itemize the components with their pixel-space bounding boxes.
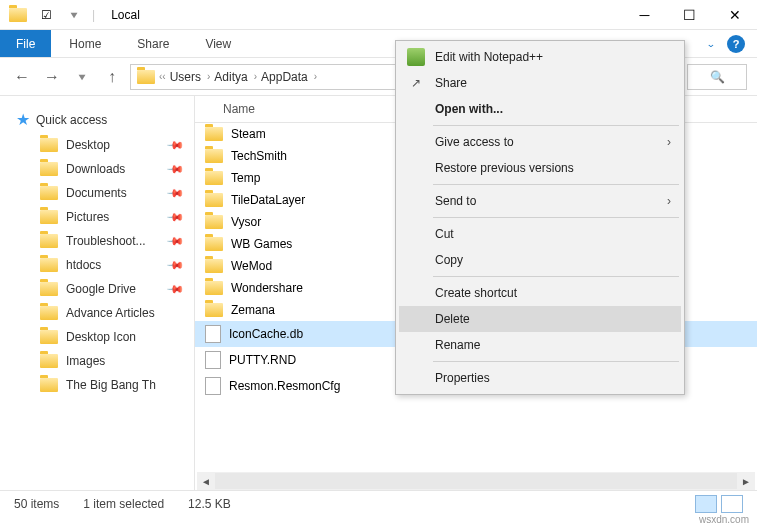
- menu-item-label: Open with...: [435, 102, 503, 116]
- pin-icon: 📌: [165, 231, 184, 250]
- menu-item-label: Copy: [435, 253, 463, 267]
- file-name: TileDataLayer: [231, 193, 305, 207]
- breadcrumb-folder-icon: [137, 70, 155, 84]
- menu-item[interactable]: Send to›: [399, 188, 681, 214]
- menu-item-label: Properties: [435, 371, 490, 385]
- status-selected: 1 item selected: [83, 497, 164, 511]
- menu-item[interactable]: Delete: [399, 306, 681, 332]
- sidebar-item[interactable]: The Big Bang Th: [0, 373, 194, 397]
- menu-item-label: Share: [435, 76, 467, 90]
- file-name: Temp: [231, 171, 260, 185]
- sidebar-item[interactable]: Troubleshoot...📌: [0, 229, 194, 253]
- folder-icon: [205, 215, 223, 229]
- folder-icon: [205, 281, 223, 295]
- menu-item[interactable]: Properties: [399, 365, 681, 391]
- pin-icon: 📌: [165, 207, 184, 226]
- sidebar-item[interactable]: Documents📌: [0, 181, 194, 205]
- menu-item[interactable]: Copy: [399, 247, 681, 273]
- crumb-users: Users›: [170, 70, 211, 84]
- sidebar-item[interactable]: htdocs📌: [0, 253, 194, 277]
- menu-item[interactable]: Rename: [399, 332, 681, 358]
- qat-dropdown-icon[interactable]: ▼: [61, 5, 87, 25]
- notepad-icon: [407, 48, 425, 66]
- details-view-button[interactable]: [695, 495, 717, 513]
- sidebar-item[interactable]: Pictures📌: [0, 205, 194, 229]
- sidebar-item-label: Downloads: [66, 162, 125, 176]
- sidebar-item[interactable]: Google Drive📌: [0, 277, 194, 301]
- folder-icon: [40, 210, 58, 224]
- window-title: Local: [111, 8, 140, 22]
- chevron-left-icon[interactable]: ‹‹: [159, 71, 166, 82]
- tab-share[interactable]: Share: [119, 30, 187, 57]
- sidebar-item-label: Documents: [66, 186, 127, 200]
- up-button[interactable]: ↑: [100, 65, 124, 89]
- quick-access-label: Quick access: [36, 113, 107, 127]
- menu-item-label: Give access to: [435, 135, 514, 149]
- folder-icon: [8, 5, 28, 25]
- menu-separator: [433, 217, 679, 218]
- menu-item[interactable]: Edit with Notepad++: [399, 44, 681, 70]
- scroll-track[interactable]: [215, 473, 737, 489]
- window-controls: ─ ☐ ✕: [622, 0, 757, 30]
- file-tab[interactable]: File: [0, 30, 51, 57]
- status-bar: 50 items 1 item selected 12.5 KB: [0, 490, 757, 516]
- tab-view[interactable]: View: [187, 30, 249, 57]
- menu-item-label: Restore previous versions: [435, 161, 574, 175]
- file-name: IconCache.db: [229, 327, 303, 341]
- icons-view-button[interactable]: [721, 495, 743, 513]
- crumb-aditya: Aditya›: [214, 70, 257, 84]
- sidebar-item-label: Pictures: [66, 210, 109, 224]
- status-item-count: 50 items: [14, 497, 59, 511]
- menu-item-label: Cut: [435, 227, 454, 241]
- properties-icon[interactable]: ☑: [36, 5, 56, 25]
- forward-button[interactable]: →: [40, 65, 64, 89]
- menu-item-label: Rename: [435, 338, 480, 352]
- folder-icon: [40, 234, 58, 248]
- sidebar-item-label: Images: [66, 354, 105, 368]
- sidebar-item-label: Advance Articles: [66, 306, 155, 320]
- history-dropdown-icon[interactable]: ▼: [66, 65, 97, 89]
- help-icon[interactable]: ?: [727, 35, 745, 53]
- ribbon-expand-icon[interactable]: ⌄: [706, 39, 716, 49]
- folder-icon: [205, 193, 223, 207]
- navigation-pane: ★ Quick access Desktop📌Downloads📌Documen…: [0, 96, 195, 490]
- pin-icon: 📌: [165, 279, 184, 298]
- menu-item[interactable]: Open with...: [399, 96, 681, 122]
- file-name: PUTTY.RND: [229, 353, 296, 367]
- sidebar-item[interactable]: Desktop📌: [0, 133, 194, 157]
- pin-icon: 📌: [165, 159, 184, 178]
- menu-item-label: Edit with Notepad++: [435, 50, 543, 64]
- back-button[interactable]: ←: [10, 65, 34, 89]
- titlebar: ☑ ▼ | Local ─ ☐ ✕: [0, 0, 757, 30]
- folder-icon: [40, 162, 58, 176]
- tab-home[interactable]: Home: [51, 30, 119, 57]
- folder-icon: [40, 282, 58, 296]
- horizontal-scrollbar[interactable]: ◄ ►: [197, 472, 755, 490]
- menu-item[interactable]: Create shortcut: [399, 280, 681, 306]
- file-name: Wondershare: [231, 281, 303, 295]
- scroll-right-icon[interactable]: ►: [737, 472, 755, 490]
- folder-icon: [40, 378, 58, 392]
- search-input[interactable]: 🔍: [687, 64, 747, 90]
- menu-separator: [433, 361, 679, 362]
- sidebar-item[interactable]: Downloads📌: [0, 157, 194, 181]
- pin-icon: 📌: [165, 135, 184, 154]
- menu-item[interactable]: Restore previous versions: [399, 155, 681, 181]
- menu-item[interactable]: Give access to›: [399, 129, 681, 155]
- menu-item-label: Send to: [435, 194, 476, 208]
- scroll-left-icon[interactable]: ◄: [197, 472, 215, 490]
- minimize-button[interactable]: ─: [622, 0, 667, 30]
- maximize-button[interactable]: ☐: [667, 0, 712, 30]
- sidebar-item[interactable]: Images: [0, 349, 194, 373]
- menu-item[interactable]: Cut: [399, 221, 681, 247]
- sidebar-item[interactable]: Advance Articles: [0, 301, 194, 325]
- folder-icon: [40, 354, 58, 368]
- sidebar-item-label: Desktop: [66, 138, 110, 152]
- chevron-right-icon: ›: [667, 135, 671, 149]
- file-name: Vysor: [231, 215, 261, 229]
- menu-item[interactable]: ↗Share: [399, 70, 681, 96]
- file-name: Zemana: [231, 303, 275, 317]
- sidebar-item[interactable]: Desktop Icon: [0, 325, 194, 349]
- quick-access-header[interactable]: ★ Quick access: [0, 106, 194, 133]
- close-button[interactable]: ✕: [712, 0, 757, 30]
